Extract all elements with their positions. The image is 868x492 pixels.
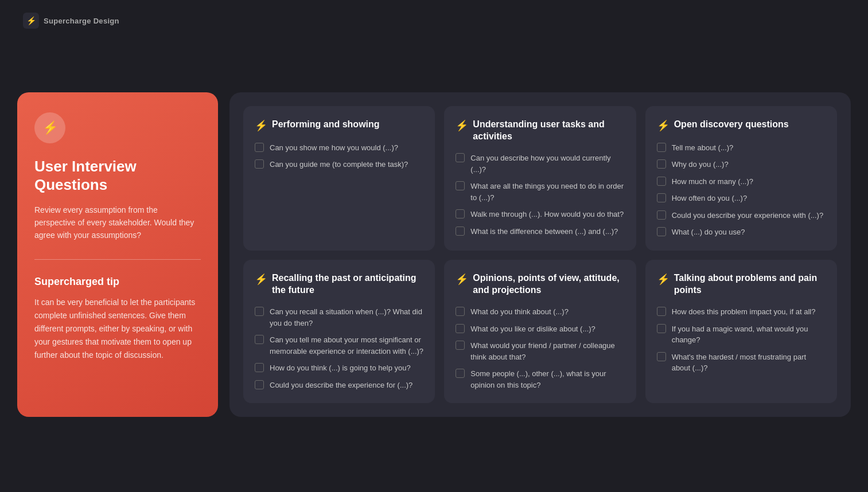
list-item-text: Why do you (...)? xyxy=(672,159,729,170)
tip-text: It can be very beneficial to let the par… xyxy=(34,296,201,362)
list-item-text: If you had a magic wand, what would you … xyxy=(672,323,826,346)
list-item-text: What is the difference between (...) and… xyxy=(470,226,618,237)
checkbox[interactable] xyxy=(657,307,666,316)
list-item-text: Walk me through (...). How would you do … xyxy=(470,209,624,220)
list-item-text: Can you show me how you would (...)? xyxy=(270,142,398,154)
list-item[interactable]: Can you guide me (to complete the task)? xyxy=(255,159,423,170)
logo-icon: ⚡ xyxy=(23,13,39,29)
card-understanding: ⚡Understanding user tasks and activities… xyxy=(444,106,636,251)
checkbox[interactable] xyxy=(657,177,666,186)
list-item[interactable]: Some people (...), other (...), what is … xyxy=(456,368,624,391)
list-item[interactable]: What (...) do you use? xyxy=(657,227,826,238)
card-talking-problems: ⚡Talking about problems and pain pointsH… xyxy=(645,260,837,404)
left-card-icon-circle: ⚡ xyxy=(34,112,65,143)
card-opinions: ⚡Opinions, points of view, attitude, and… xyxy=(444,260,636,404)
list-item[interactable]: What would your friend / partner / colle… xyxy=(456,340,624,362)
logo-area: ⚡ Supercharge Design xyxy=(23,13,119,29)
checkbox[interactable] xyxy=(657,193,666,202)
list-item[interactable]: Can you show me how you would (...)? xyxy=(255,142,423,154)
card-bolt-icon-recalling: ⚡ xyxy=(255,273,267,286)
list-item-text: What would your friend / partner / colle… xyxy=(470,340,624,362)
card-title-text-performing: Performing and showing xyxy=(272,119,380,131)
list-item-text: What (...) do you use? xyxy=(672,227,745,238)
checkbox[interactable] xyxy=(456,341,465,350)
list-item-text: How does this problem impact you, if at … xyxy=(672,306,816,318)
bolt-icon: ⚡ xyxy=(42,120,58,135)
list-item[interactable]: What do you like or dislike about (...)? xyxy=(456,323,624,335)
card-title-text-understanding: Understanding user tasks and activities xyxy=(473,119,624,143)
list-item[interactable]: How much or many (...)? xyxy=(657,176,826,188)
left-card-divider xyxy=(34,259,201,260)
checkbox[interactable] xyxy=(456,209,465,218)
list-item-text: What do you think about (...)? xyxy=(470,306,569,318)
list-item-text: Can you tell me about your most signific… xyxy=(270,334,423,357)
card-title-text-open-discovery: Open discovery questions xyxy=(674,119,789,131)
list-item-text: Could you describe the experience for (.… xyxy=(270,380,412,391)
checkbox[interactable] xyxy=(657,210,666,220)
checklist-open-discovery: Tell me about (...)?Why do you (...)?How… xyxy=(657,142,826,238)
card-title-understanding: ⚡Understanding user tasks and activities xyxy=(456,119,624,143)
card-recalling: ⚡Recalling the past or anticipating the … xyxy=(243,260,435,404)
list-item[interactable]: What do you think about (...)? xyxy=(456,306,624,318)
checkbox[interactable] xyxy=(255,380,264,389)
list-item[interactable]: Can you recall a situation when (...)? W… xyxy=(255,306,423,329)
card-title-text-opinions: Opinions, points of view, attitude, and … xyxy=(473,272,624,296)
checkbox[interactable] xyxy=(456,181,465,190)
checkbox[interactable] xyxy=(456,227,465,236)
list-item-text: Tell me about (...)? xyxy=(672,142,734,154)
list-item-text: Can you recall a situation when (...)? W… xyxy=(270,306,423,329)
left-card: ⚡ User Interview Questions Review every … xyxy=(17,92,218,417)
list-item-text: Some people (...), other (...), what is … xyxy=(470,368,624,391)
list-item-text: What do you like or dislike about (...)? xyxy=(470,323,595,335)
checkbox[interactable] xyxy=(657,159,666,169)
list-item-text: How do you think (...) is going to help … xyxy=(270,362,411,374)
card-title-text-talking-problems: Talking about problems and pain points xyxy=(674,272,826,296)
list-item[interactable]: How do you think (...) is going to help … xyxy=(255,362,423,374)
list-item-text: Can you guide me (to complete the task)? xyxy=(270,159,408,170)
list-item[interactable]: If you had a magic wand, what would you … xyxy=(657,323,826,346)
checkbox[interactable] xyxy=(255,143,264,152)
checkbox[interactable] xyxy=(657,143,666,152)
list-item[interactable]: Why do you (...)? xyxy=(657,159,826,170)
checkbox[interactable] xyxy=(255,363,264,372)
list-item[interactable]: Walk me through (...). How would you do … xyxy=(456,209,624,220)
list-item[interactable]: What is the difference between (...) and… xyxy=(456,226,624,237)
checklist-talking-problems: How does this problem impact you, if at … xyxy=(657,306,826,374)
card-bolt-icon-performing: ⚡ xyxy=(255,119,267,132)
checklist-understanding: Can you describe how you would currently… xyxy=(456,153,624,237)
checkbox[interactable] xyxy=(255,159,264,169)
checkbox[interactable] xyxy=(255,335,264,344)
list-item[interactable]: Tell me about (...)? xyxy=(657,142,826,154)
checkbox[interactable] xyxy=(255,307,264,316)
card-title-recalling: ⚡Recalling the past or anticipating the … xyxy=(255,272,423,296)
list-item[interactable]: Can you tell me about your most signific… xyxy=(255,334,423,357)
card-title-talking-problems: ⚡Talking about problems and pain points xyxy=(657,272,826,296)
card-title-performing: ⚡Performing and showing xyxy=(255,119,423,132)
checklist-opinions: What do you think about (...)?What do yo… xyxy=(456,306,624,391)
main-layout: ⚡ User Interview Questions Review every … xyxy=(17,92,851,417)
checkbox[interactable] xyxy=(456,324,465,333)
checkbox[interactable] xyxy=(657,352,666,361)
list-item[interactable]: How does this problem impact you, if at … xyxy=(657,306,826,318)
card-title-open-discovery: ⚡Open discovery questions xyxy=(657,119,826,132)
list-item[interactable]: What are all the things you need to do i… xyxy=(456,181,624,203)
card-title-text-recalling: Recalling the past or anticipating the f… xyxy=(272,272,423,296)
list-item[interactable]: Can you describe how you would currently… xyxy=(456,153,624,175)
checkbox[interactable] xyxy=(657,324,666,333)
list-item[interactable]: What's the hardest / most frustrating pa… xyxy=(657,352,826,374)
list-item[interactable]: Could you describe your experience with … xyxy=(657,210,826,221)
checkbox[interactable] xyxy=(657,227,666,236)
bolt-logo-icon: ⚡ xyxy=(26,16,36,25)
right-panel: ⚡Performing and showingCan you show me h… xyxy=(229,92,851,417)
checkbox[interactable] xyxy=(456,369,465,378)
list-item[interactable]: How often do you (...)? xyxy=(657,193,826,204)
logo-text: Supercharge Design xyxy=(44,17,119,25)
left-card-description: Review every assumption from the perspec… xyxy=(34,204,201,242)
checkbox[interactable] xyxy=(456,153,465,162)
list-item-text: Can you describe how you would currently… xyxy=(470,153,624,175)
list-item-text: What are all the things you need to do i… xyxy=(470,181,624,203)
list-item[interactable]: Could you describe the experience for (.… xyxy=(255,380,423,391)
checkbox[interactable] xyxy=(456,307,465,316)
card-open-discovery: ⚡Open discovery questionsTell me about (… xyxy=(645,106,837,251)
checklist-recalling: Can you recall a situation when (...)? W… xyxy=(255,306,423,391)
